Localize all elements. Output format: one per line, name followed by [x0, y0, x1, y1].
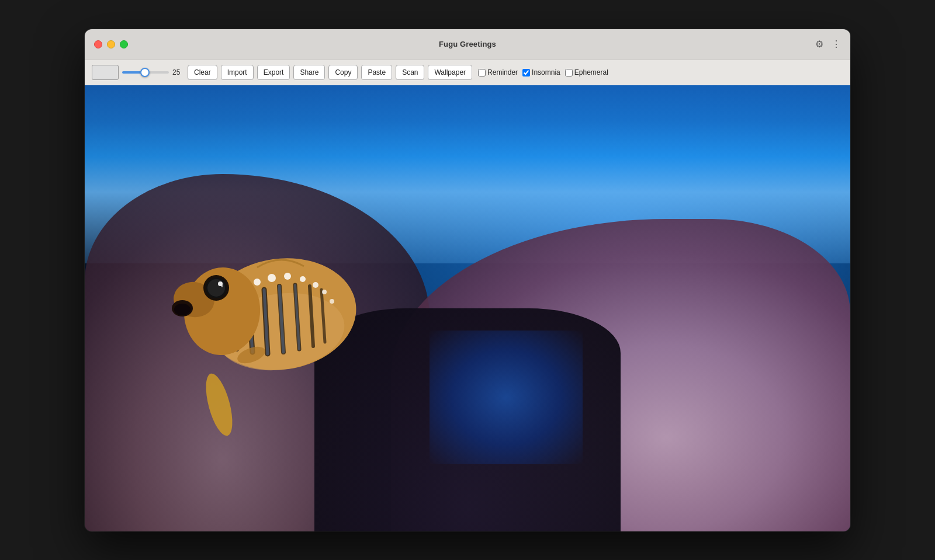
svg-point-16 — [284, 273, 291, 280]
slider-value: 25 — [172, 68, 184, 76]
titlebar: Fugu Greetings ⚙ ⋮ — [85, 29, 850, 60]
svg-point-15 — [268, 274, 276, 282]
svg-point-31 — [221, 285, 223, 287]
content-area[interactable] — [85, 85, 850, 531]
blue-blob — [430, 331, 583, 464]
menu-icon-button[interactable]: ⋮ — [830, 37, 842, 51]
wallpaper-button[interactable]: Wallpaper — [428, 65, 472, 80]
traffic-lights — [94, 40, 128, 48]
reminder-checkbox[interactable] — [478, 69, 486, 76]
svg-point-17 — [300, 276, 306, 282]
export-button[interactable]: Export — [257, 65, 290, 80]
app-window: Fugu Greetings ⚙ ⋮ 25 Clear Import Expor… — [85, 29, 850, 531]
svg-point-21 — [322, 290, 327, 294]
ellipsis-icon: ⋮ — [832, 39, 841, 50]
paste-button[interactable]: Paste — [361, 65, 392, 80]
settings-icon: ⚙ — [815, 39, 823, 50]
brush-size-slider[interactable] — [122, 71, 169, 74]
slider-container: 25 — [122, 68, 184, 76]
share-button[interactable]: Share — [293, 65, 325, 80]
checkboxes-group: Reminder Insomnia Ephemeral — [478, 68, 608, 76]
maximize-button[interactable] — [120, 40, 128, 48]
svg-point-14 — [254, 279, 261, 286]
insomnia-checkbox-label[interactable]: Insomnia — [522, 68, 560, 76]
fish-scene — [85, 85, 850, 531]
close-button[interactable] — [94, 40, 102, 48]
fish — [146, 174, 392, 454]
titlebar-actions: ⚙ ⋮ — [814, 37, 842, 51]
insomnia-label: Insomnia — [532, 68, 560, 76]
copy-button[interactable]: Copy — [328, 65, 358, 80]
reminder-label: Reminder — [487, 68, 518, 76]
window-title: Fugu Greetings — [439, 40, 496, 48]
ephemeral-label: Ephemeral — [574, 68, 608, 76]
svg-point-29 — [207, 279, 225, 297]
import-button[interactable]: Import — [221, 65, 254, 80]
settings-icon-button[interactable]: ⚙ — [814, 37, 825, 51]
insomnia-checkbox[interactable] — [522, 69, 530, 76]
ephemeral-checkbox[interactable] — [565, 69, 573, 76]
ephemeral-checkbox-label[interactable]: Ephemeral — [565, 68, 608, 76]
toolbar: 25 Clear Import Export Share Copy Paste … — [85, 60, 850, 85]
svg-point-26 — [174, 304, 191, 315]
color-swatch[interactable] — [92, 65, 119, 80]
reminder-checkbox-label[interactable]: Reminder — [478, 68, 518, 76]
scan-button[interactable]: Scan — [396, 65, 424, 80]
minimize-button[interactable] — [107, 40, 115, 48]
svg-point-22 — [330, 299, 334, 304]
clear-button[interactable]: Clear — [188, 65, 217, 80]
svg-point-18 — [313, 282, 318, 288]
svg-point-0 — [200, 371, 237, 439]
